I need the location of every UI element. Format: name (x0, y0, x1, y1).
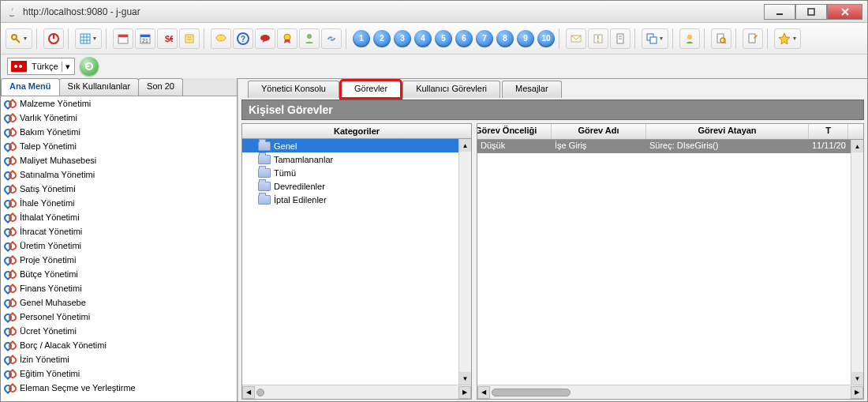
sidebar-item[interactable]: Eleman Seçme ve Yerleştirme (1, 381, 237, 395)
section-title: Kişisel Görevler (241, 100, 864, 120)
doc-icon[interactable] (610, 28, 630, 49)
main-pane: Yönetici KonsoluGörevlerKullanıcı Görevl… (238, 78, 867, 401)
sidebar-item[interactable]: Varlık Yönetimi (1, 111, 237, 125)
sidebar-item[interactable]: Genel Muhasebe (1, 295, 237, 310)
sidebar-item[interactable]: Bütçe Yönetimi (1, 267, 237, 281)
dollar-icon[interactable]: $€ (157, 28, 178, 49)
scroll-down-icon[interactable]: ▼ (851, 372, 863, 385)
sidebar-item[interactable]: İthalat Yönetimi (1, 210, 237, 224)
sidebar-tab[interactable]: Ana Menü (1, 78, 60, 96)
task-row[interactable]: Düşükİşe GirişSüreç: DIseGiris()11/11/20 (477, 140, 851, 153)
refresh-button[interactable] (80, 57, 99, 76)
key-icon[interactable]: ▼ (6, 28, 32, 49)
categories-hscroll[interactable]: ◀ ▶ (242, 385, 471, 399)
category-item[interactable]: Tümü (242, 166, 458, 179)
sidebar-list: Malzeme YönetimiVarlık YönetimiBakım Yön… (1, 96, 237, 401)
star-icon[interactable]: ▼ (774, 28, 801, 49)
minimize-button[interactable] (764, 4, 795, 20)
sidebar-item[interactable]: Ücret Yönetimi (1, 324, 237, 338)
category-item[interactable]: Genel (242, 139, 458, 152)
tasks-hscroll[interactable]: ◀ ▶ (477, 385, 863, 399)
scroll-right-icon[interactable]: ▶ (458, 386, 471, 399)
sidebar-tab[interactable]: Son 20 (138, 78, 183, 96)
categories-vscroll[interactable]: ▲ ▼ (458, 139, 471, 385)
main-tabs: Yönetici KonsoluGörevlerKullanıcı Görevl… (241, 81, 864, 98)
sidebar-item[interactable]: Satınalma Yönetimi (1, 167, 237, 182)
alert-icon[interactable]: ! (588, 28, 608, 49)
number-button-8[interactable]: 8 (496, 30, 514, 47)
main-tab[interactable]: Mesajlar (502, 81, 562, 98)
sidebar-item[interactable]: Bakım Yönetimi (1, 125, 237, 139)
sidebar-item[interactable]: Proje Yönetimi (1, 253, 237, 267)
user-icon[interactable] (299, 28, 320, 49)
svg-point-36 (687, 35, 692, 39)
chat-icon[interactable] (255, 28, 275, 49)
sidebar-item[interactable]: İzin Yönetimi (1, 352, 237, 366)
tasks-vscroll[interactable]: ▲ ▼ (851, 140, 863, 385)
help-icon[interactable]: ? (233, 28, 253, 49)
number-button-1[interactable]: 1 (353, 30, 370, 47)
mail-icon[interactable] (566, 28, 586, 49)
sidebar-item[interactable]: Finans Yönetimi (1, 281, 237, 295)
flag-icon (11, 61, 27, 72)
scroll-left-icon[interactable]: ◀ (242, 386, 255, 399)
sidebar-item[interactable]: İhracat Yönetimi (1, 224, 237, 239)
task-column-header[interactable]: Görevi Atayan (646, 124, 809, 139)
sidebar-item[interactable]: Maliyet Muhasebesi (1, 153, 237, 167)
search-doc-icon[interactable] (711, 28, 731, 49)
note-icon[interactable] (179, 28, 200, 49)
module-icon (4, 353, 17, 366)
bubble-icon[interactable] (211, 28, 231, 49)
calendar-icon[interactable] (113, 28, 133, 49)
number-button-3[interactable]: 3 (394, 30, 411, 47)
number-button-2[interactable]: 2 (373, 30, 391, 47)
task-column-header[interactable]: T (809, 124, 848, 139)
categories-header: Kategoriler (242, 124, 471, 139)
sidebar-item[interactable]: Eğitim Yönetimi (1, 366, 237, 381)
award-icon[interactable] (277, 28, 297, 49)
language-select[interactable]: Türkçe ▾ (7, 58, 75, 75)
sidebar-item[interactable]: Borç / Alacak Yönetimi (1, 338, 237, 352)
maximize-button[interactable] (795, 4, 827, 20)
main-tab[interactable]: Görevler (341, 81, 401, 98)
grid-icon[interactable]: ▼ (75, 28, 102, 49)
task-column-header[interactable]: Görev Önceliği (477, 124, 552, 139)
number-button-9[interactable]: 9 (517, 30, 534, 47)
power-icon[interactable] (43, 28, 64, 49)
task-column-header[interactable]: Görev Adı (552, 124, 646, 139)
sidebar-item[interactable]: Üretim Yönetimi (1, 239, 237, 253)
sidebar-item[interactable]: Satış Yönetimi (1, 182, 237, 196)
scroll-right-icon[interactable]: ▶ (851, 386, 863, 399)
close-button[interactable] (827, 4, 862, 20)
main-tab[interactable]: Kullanıcı Görevleri (402, 81, 500, 98)
main-tab[interactable]: Yönetici Konsolu (248, 81, 339, 98)
person-icon[interactable] (679, 28, 700, 49)
windows-icon[interactable]: ▼ (642, 28, 668, 49)
module-icon (4, 310, 17, 323)
sidebar-item[interactable]: Malzeme Yönetimi (1, 96, 237, 111)
edit-doc-icon[interactable] (743, 28, 763, 49)
number-button-7[interactable]: 7 (476, 30, 493, 47)
number-button-10[interactable]: 10 (537, 30, 555, 47)
svg-text:$€: $€ (165, 34, 173, 43)
scroll-up-icon[interactable]: ▲ (459, 139, 471, 152)
link-icon[interactable] (321, 28, 342, 49)
number-button-4[interactable]: 4 (414, 30, 432, 47)
sidebar-item[interactable]: İhale Yönetimi (1, 196, 237, 210)
number-button-5[interactable]: 5 (435, 30, 452, 47)
module-icon (4, 211, 17, 224)
sidebar-tab[interactable]: Sık Kullanılanlar (59, 78, 140, 96)
category-item[interactable]: Devredilenler (242, 179, 458, 193)
scroll-down-icon[interactable]: ▼ (459, 372, 471, 385)
module-icon (4, 126, 17, 138)
sidebar-item[interactable]: Personel Yönetimi (1, 310, 237, 324)
number-button-6[interactable]: 6 (455, 30, 473, 47)
scroll-up-icon[interactable]: ▲ (851, 140, 863, 152)
chevron-down-icon[interactable]: ▾ (62, 62, 74, 72)
category-item[interactable]: İptal Edilenler (242, 193, 458, 206)
calendar-num-icon[interactable]: 21 (135, 28, 155, 49)
scroll-left-icon[interactable]: ◀ (477, 386, 490, 399)
category-item[interactable]: Tamamlananlar (242, 152, 458, 166)
sidebar-item[interactable]: Talep Yönetimi (1, 139, 237, 153)
module-icon (4, 239, 17, 252)
